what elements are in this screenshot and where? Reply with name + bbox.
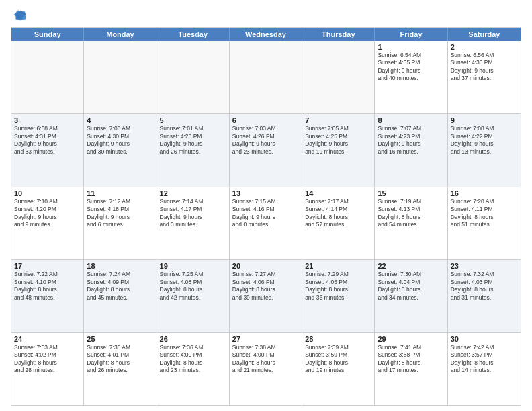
calendar-cell: 17Sunrise: 7:22 AM Sunset: 4:10 PM Dayli… <box>11 260 84 332</box>
header <box>11 8 521 23</box>
day-number: 17 <box>14 262 81 270</box>
day-info: Sunrise: 7:35 AM Sunset: 4:01 PM Dayligh… <box>87 344 153 375</box>
calendar-cell: 12Sunrise: 7:14 AM Sunset: 4:17 PM Dayli… <box>157 187 230 259</box>
day-info: Sunrise: 7:42 AM Sunset: 3:57 PM Dayligh… <box>451 344 518 375</box>
day-number: 24 <box>14 335 81 343</box>
calendar-row-5: 24Sunrise: 7:33 AM Sunset: 4:02 PM Dayli… <box>11 332 521 405</box>
calendar-cell: 15Sunrise: 7:19 AM Sunset: 4:13 PM Dayli… <box>375 187 447 259</box>
calendar-cell: 14Sunrise: 7:17 AM Sunset: 4:14 PM Dayli… <box>302 187 375 259</box>
header-day-saturday: Saturday <box>448 28 521 41</box>
calendar-cell: 9Sunrise: 7:08 AM Sunset: 4:22 PM Daylig… <box>448 114 521 186</box>
calendar-cell: 28Sunrise: 7:39 AM Sunset: 3:59 PM Dayli… <box>302 333 375 405</box>
day-number: 22 <box>378 262 444 270</box>
day-info: Sunrise: 7:29 AM Sunset: 4:05 PM Dayligh… <box>305 271 371 302</box>
header-day-monday: Monday <box>84 28 157 41</box>
day-number: 27 <box>232 335 299 343</box>
header-day-wednesday: Wednesday <box>230 28 302 41</box>
calendar-row-2: 3Sunrise: 6:58 AM Sunset: 4:31 PM Daylig… <box>11 113 521 186</box>
calendar-cell: 24Sunrise: 7:33 AM Sunset: 4:02 PM Dayli… <box>11 333 84 405</box>
day-number: 7 <box>305 116 371 124</box>
day-info: Sunrise: 7:19 AM Sunset: 4:13 PM Dayligh… <box>378 198 444 229</box>
page: SundayMondayTuesdayWednesdayThursdayFrid… <box>0 0 532 411</box>
calendar-cell: 11Sunrise: 7:12 AM Sunset: 4:18 PM Dayli… <box>84 187 157 259</box>
day-info: Sunrise: 7:15 AM Sunset: 4:16 PM Dayligh… <box>232 198 299 229</box>
day-number: 14 <box>305 189 371 197</box>
day-number: 4 <box>87 116 153 124</box>
calendar-cell: 20Sunrise: 7:27 AM Sunset: 4:06 PM Dayli… <box>230 260 302 332</box>
calendar-cell: 23Sunrise: 7:32 AM Sunset: 4:03 PM Dayli… <box>448 260 521 332</box>
day-info: Sunrise: 7:33 AM Sunset: 4:02 PM Dayligh… <box>14 344 81 375</box>
day-number: 8 <box>378 116 444 124</box>
day-number: 30 <box>451 335 518 343</box>
day-info: Sunrise: 7:36 AM Sunset: 4:00 PM Dayligh… <box>160 344 226 375</box>
calendar-cell: 3Sunrise: 6:58 AM Sunset: 4:31 PM Daylig… <box>11 114 84 186</box>
day-number: 11 <box>87 189 153 197</box>
calendar-cell <box>230 41 302 113</box>
day-number: 25 <box>87 335 153 343</box>
day-info: Sunrise: 7:08 AM Sunset: 4:22 PM Dayligh… <box>451 125 518 156</box>
day-number: 1 <box>378 43 444 51</box>
calendar-cell: 10Sunrise: 7:10 AM Sunset: 4:20 PM Dayli… <box>11 187 84 259</box>
day-number: 28 <box>305 335 371 343</box>
day-info: Sunrise: 7:14 AM Sunset: 4:17 PM Dayligh… <box>160 198 226 229</box>
calendar-cell: 4Sunrise: 7:00 AM Sunset: 4:30 PM Daylig… <box>84 114 157 186</box>
day-info: Sunrise: 7:10 AM Sunset: 4:20 PM Dayligh… <box>14 198 81 229</box>
calendar-body: 1Sunrise: 6:54 AM Sunset: 4:35 PM Daylig… <box>11 41 521 405</box>
day-number: 9 <box>451 116 518 124</box>
calendar-cell: 8Sunrise: 7:07 AM Sunset: 4:23 PM Daylig… <box>375 114 447 186</box>
day-info: Sunrise: 7:32 AM Sunset: 4:03 PM Dayligh… <box>451 271 518 302</box>
calendar-cell <box>11 41 84 113</box>
calendar: SundayMondayTuesdayWednesdayThursdayFrid… <box>11 27 521 406</box>
calendar-cell: 26Sunrise: 7:36 AM Sunset: 4:00 PM Dayli… <box>157 333 230 405</box>
day-number: 15 <box>378 189 444 197</box>
calendar-cell <box>302 41 375 113</box>
day-info: Sunrise: 7:05 AM Sunset: 4:25 PM Dayligh… <box>305 125 371 156</box>
day-info: Sunrise: 7:01 AM Sunset: 4:28 PM Dayligh… <box>160 125 226 156</box>
logo <box>11 8 27 23</box>
day-info: Sunrise: 7:39 AM Sunset: 3:59 PM Dayligh… <box>305 344 371 375</box>
day-number: 2 <box>451 43 518 51</box>
calendar-row-4: 17Sunrise: 7:22 AM Sunset: 4:10 PM Dayli… <box>11 259 521 332</box>
calendar-cell: 1Sunrise: 6:54 AM Sunset: 4:35 PM Daylig… <box>375 41 447 113</box>
day-number: 16 <box>451 189 518 197</box>
calendar-header: SundayMondayTuesdayWednesdayThursdayFrid… <box>11 28 521 41</box>
day-number: 19 <box>160 262 226 270</box>
calendar-cell: 16Sunrise: 7:20 AM Sunset: 4:11 PM Dayli… <box>448 187 521 259</box>
logo-icon <box>12 8 27 23</box>
day-info: Sunrise: 7:38 AM Sunset: 4:00 PM Dayligh… <box>232 344 299 375</box>
header-day-thursday: Thursday <box>302 28 375 41</box>
calendar-cell: 18Sunrise: 7:24 AM Sunset: 4:09 PM Dayli… <box>84 260 157 332</box>
day-number: 18 <box>87 262 153 270</box>
calendar-row-1: 1Sunrise: 6:54 AM Sunset: 4:35 PM Daylig… <box>11 41 521 113</box>
calendar-cell: 25Sunrise: 7:35 AM Sunset: 4:01 PM Dayli… <box>84 333 157 405</box>
day-info: Sunrise: 7:07 AM Sunset: 4:23 PM Dayligh… <box>378 125 444 156</box>
day-number: 26 <box>160 335 226 343</box>
day-info: Sunrise: 7:25 AM Sunset: 4:08 PM Dayligh… <box>160 271 226 302</box>
header-day-friday: Friday <box>375 28 447 41</box>
day-number: 29 <box>378 335 444 343</box>
day-info: Sunrise: 7:20 AM Sunset: 4:11 PM Dayligh… <box>451 198 518 229</box>
day-info: Sunrise: 7:12 AM Sunset: 4:18 PM Dayligh… <box>87 198 153 229</box>
day-number: 23 <box>451 262 518 270</box>
calendar-cell: 19Sunrise: 7:25 AM Sunset: 4:08 PM Dayli… <box>157 260 230 332</box>
calendar-cell: 5Sunrise: 7:01 AM Sunset: 4:28 PM Daylig… <box>157 114 230 186</box>
day-info: Sunrise: 7:00 AM Sunset: 4:30 PM Dayligh… <box>87 125 153 156</box>
day-info: Sunrise: 6:54 AM Sunset: 4:35 PM Dayligh… <box>378 52 444 83</box>
day-info: Sunrise: 7:17 AM Sunset: 4:14 PM Dayligh… <box>305 198 371 229</box>
calendar-row-3: 10Sunrise: 7:10 AM Sunset: 4:20 PM Dayli… <box>11 187 521 259</box>
calendar-cell <box>84 41 157 113</box>
day-number: 13 <box>232 189 299 197</box>
calendar-cell: 22Sunrise: 7:30 AM Sunset: 4:04 PM Dayli… <box>375 260 447 332</box>
day-number: 5 <box>160 116 226 124</box>
day-number: 6 <box>232 116 299 124</box>
calendar-cell: 6Sunrise: 7:03 AM Sunset: 4:26 PM Daylig… <box>230 114 302 186</box>
calendar-cell: 29Sunrise: 7:41 AM Sunset: 3:58 PM Dayli… <box>375 333 447 405</box>
calendar-cell <box>157 41 230 113</box>
day-info: Sunrise: 7:30 AM Sunset: 4:04 PM Dayligh… <box>378 271 444 302</box>
day-info: Sunrise: 7:27 AM Sunset: 4:06 PM Dayligh… <box>232 271 299 302</box>
calendar-cell: 30Sunrise: 7:42 AM Sunset: 3:57 PM Dayli… <box>448 333 521 405</box>
calendar-cell: 13Sunrise: 7:15 AM Sunset: 4:16 PM Dayli… <box>230 187 302 259</box>
calendar-cell: 21Sunrise: 7:29 AM Sunset: 4:05 PM Dayli… <box>302 260 375 332</box>
calendar-cell: 27Sunrise: 7:38 AM Sunset: 4:00 PM Dayli… <box>230 333 302 405</box>
day-number: 3 <box>14 116 81 124</box>
